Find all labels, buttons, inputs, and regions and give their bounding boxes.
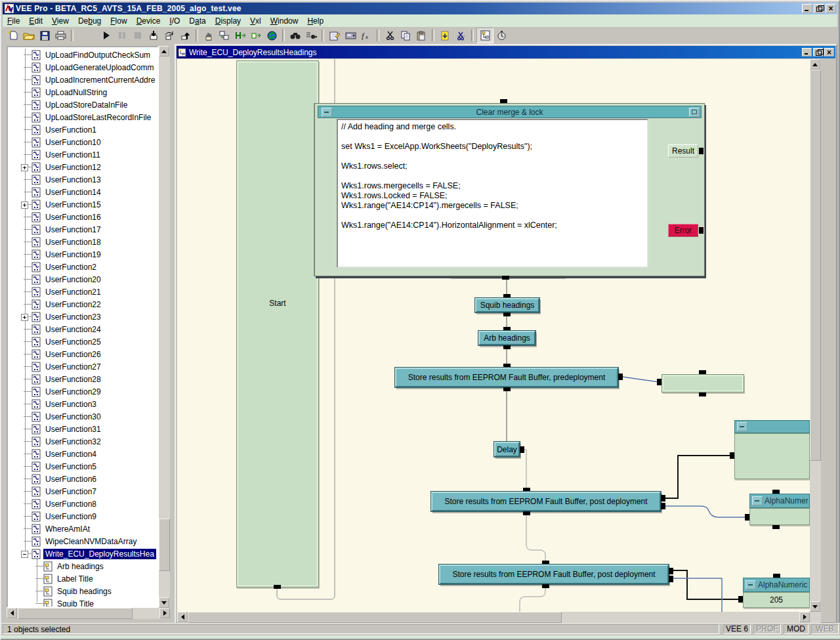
pin[interactable] — [503, 387, 511, 391]
menu-data[interactable]: Data — [184, 15, 210, 27]
menu-debug[interactable]: Debug — [74, 15, 106, 27]
save-file-icon[interactable] — [37, 28, 52, 43]
tree-item-userfunction10[interactable]: UserFunction10 — [8, 136, 159, 148]
tree-item-arb-headings[interactable]: Arb headings — [8, 560, 159, 572]
tree-item-userfunction11[interactable]: UserFunction11 — [8, 148, 159, 161]
profiler-icon[interactable] — [494, 28, 509, 43]
run-icon[interactable] — [98, 28, 114, 43]
minimize-object-icon[interactable] — [746, 580, 756, 589]
tree-item-userfunction25[interactable]: UserFunction25 — [8, 335, 159, 348]
tree-item-userfunction7[interactable]: UserFunction7 — [8, 485, 159, 498]
tree-item-uploadincrementcurrentaddre[interactable]: UpLoadIncrementCurrentAddre — [8, 74, 159, 86]
error-pin[interactable] — [699, 227, 704, 234]
tree-item-userfunction19[interactable]: UserFunction19 — [8, 248, 159, 261]
child-minimize-button[interactable] — [802, 48, 812, 56]
menu-vxl[interactable]: Vxl — [245, 15, 266, 27]
tree-item-userfunction4[interactable]: UserFunction4 — [8, 448, 159, 460]
tree-item-userfunction15[interactable]: UserFunction15 — [8, 198, 159, 211]
copy-icon[interactable] — [398, 28, 413, 43]
open-file-icon[interactable] — [21, 28, 37, 43]
pin[interactable] — [669, 568, 673, 574]
delete-connection-icon[interactable] — [453, 28, 469, 43]
tree-item-userfunction21[interactable]: UserFunction21 — [8, 286, 159, 298]
maximize-object-icon[interactable] — [689, 108, 700, 117]
tree-item-userfunction18[interactable]: UserFunction18 — [8, 236, 159, 248]
tree-item-userfunction9[interactable]: UserFunction9 — [8, 510, 159, 523]
minimize-object-icon[interactable] — [752, 496, 763, 505]
pin[interactable] — [542, 584, 549, 588]
error-output-pin-label[interactable]: Error — [668, 224, 698, 237]
align-grid-icon[interactable] — [248, 28, 264, 43]
result-output-pin-label[interactable]: Result — [668, 144, 698, 158]
pin[interactable] — [618, 373, 623, 380]
clear-merge-lock-title-bar[interactable]: Clear merge & lock — [318, 106, 702, 118]
create-userobject-icon[interactable] — [437, 28, 453, 43]
display-window-title[interactable] — [734, 420, 810, 433]
scroll-left-button[interactable] — [7, 608, 17, 618]
menu-io[interactable]: I/O — [165, 15, 184, 27]
tree-item-write-ecu-deployresultshea[interactable]: Write_ECU_DeployResultsHea — [8, 547, 159, 560]
scroll-down-button[interactable] — [159, 597, 169, 608]
pin[interactable] — [502, 276, 509, 280]
display-window-body[interactable] — [734, 433, 810, 479]
scroll-up-button[interactable] — [159, 46, 169, 56]
pin[interactable] — [657, 379, 662, 385]
canvas-horizontal-scrollbar[interactable] — [177, 612, 810, 623]
pin[interactable] — [503, 312, 511, 316]
expand-icon[interactable] — [21, 314, 28, 321]
tree-item-userfunction30[interactable]: UserFunction30 — [8, 410, 159, 423]
properties-icon[interactable] — [327, 28, 343, 43]
paste-icon[interactable] — [413, 28, 429, 43]
tree-item-userfunction6[interactable]: UserFunction6 — [8, 473, 159, 485]
expand-icon[interactable] — [21, 202, 28, 209]
minimize-button[interactable] — [802, 4, 812, 13]
close-button[interactable] — [826, 4, 836, 13]
stop-icon[interactable] — [130, 28, 146, 43]
menu-edit[interactable]: Edit — [24, 15, 47, 27]
flow-canvas[interactable]: Start Squib headings Arb headings Store … — [177, 59, 810, 612]
tree-item-userfunction1[interactable]: UserFunction1 — [8, 123, 159, 136]
delay-call[interactable]: Delay — [494, 442, 520, 457]
tree-item-userfunction27[interactable]: UserFunction27 — [8, 360, 159, 373]
expand-icon[interactable] — [21, 164, 28, 171]
clear-merge-lock-object[interactable]: Clear merge & lock // Add heading and me… — [314, 103, 705, 276]
alphanumeric-display-1-title[interactable]: AlphaNumer — [749, 494, 810, 508]
tree-item-userfunction23[interactable]: UserFunction23 — [8, 310, 159, 323]
alphanumeric-display-2-title[interactable]: AlphaNumeric — [743, 578, 810, 592]
menu-help[interactable]: Help — [303, 15, 328, 27]
menu-display[interactable]: Display — [211, 15, 245, 27]
title-bar[interactable]: VEE Pro - BETA_RC5_AVTS_15A_FEB_2005_alg… — [3, 3, 837, 14]
tree-item-whereamiat[interactable]: WhereAmIAt — [8, 523, 159, 535]
tree-item-userfunction29[interactable]: UserFunction29 — [8, 385, 159, 398]
step-into-icon[interactable] — [146, 28, 161, 43]
pin[interactable] — [772, 525, 780, 529]
scrollbar-thumb[interactable] — [159, 519, 170, 571]
pan-hand-icon[interactable] — [201, 28, 217, 43]
instrument-manager-icon[interactable] — [343, 28, 358, 43]
minimize-object-icon[interactable] — [322, 108, 332, 117]
step-out-icon[interactable] — [177, 28, 193, 43]
tree-item-userfunction16[interactable]: UserFunction16 — [8, 211, 159, 223]
cut-icon[interactable] — [382, 28, 398, 43]
tree-horizontal-scrollbar[interactable] — [7, 608, 170, 619]
child-close-button[interactable] — [824, 48, 834, 56]
tree-item-uploadstoredatainfile[interactable]: UpLoadStoreDataInFile — [8, 98, 159, 111]
tree-item-userfunction20[interactable]: UserFunction20 — [8, 273, 159, 286]
scrollbar-thumb[interactable] — [18, 608, 133, 619]
start-output-pin[interactable] — [274, 585, 281, 589]
clone-flow-icon[interactable] — [217, 28, 232, 43]
pin[interactable] — [523, 511, 530, 515]
find-text-icon[interactable] — [303, 28, 319, 43]
result-display[interactable] — [662, 374, 744, 393]
child-window-title-bar[interactable]: Write_ECU_DeployResultsHeadings — [177, 46, 835, 58]
pin[interactable] — [661, 503, 665, 509]
store-postdeployment-call-1[interactable]: Store results from EEPROM Fault Buffer, … — [431, 492, 661, 511]
collapse-icon[interactable] — [21, 551, 28, 558]
scroll-right-button[interactable] — [159, 608, 170, 618]
step-over-icon[interactable] — [161, 28, 177, 43]
tree-vertical-scrollbar[interactable] — [159, 46, 170, 608]
tree-item-wipecleannvmdataarray[interactable]: WipeCleanNVMDataArray — [8, 535, 159, 547]
tree-item-squib-title[interactable]: Squib Title — [8, 597, 159, 608]
tree-item-label-title[interactable]: Label Title — [8, 572, 159, 585]
function-builder-icon[interactable]: fx — [358, 28, 374, 43]
